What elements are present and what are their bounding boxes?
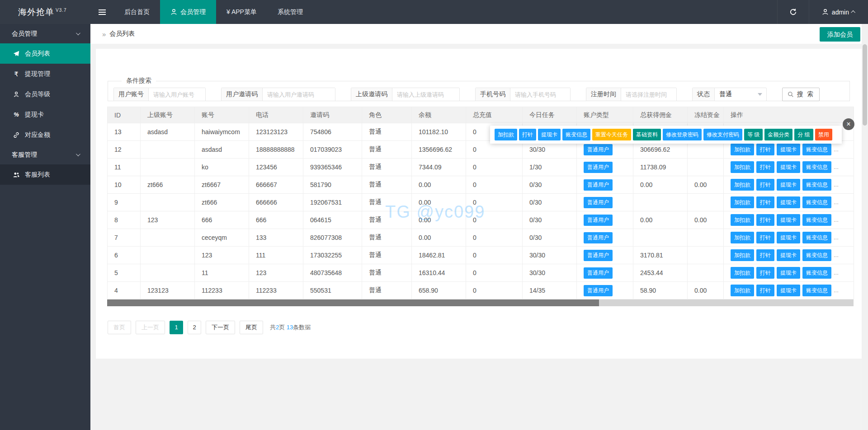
more-actions-button[interactable]: ... (834, 216, 839, 223)
row-action-button[interactable]: 打针 (756, 196, 774, 208)
row-action-button[interactable]: 提现卡 (777, 144, 800, 155)
row-action-button[interactable]: 加扣款 (731, 179, 754, 191)
sidebar-item[interactable]: 会员等级 (0, 84, 90, 104)
more-actions-button[interactable]: ... (834, 164, 839, 170)
row-action-button[interactable]: 加扣款 (731, 196, 754, 208)
row-action-button[interactable]: 打针 (756, 232, 774, 243)
popup-action-button[interactable]: 等 级 (744, 129, 763, 140)
row-action-button[interactable]: 打针 (756, 161, 774, 173)
row-action-button[interactable]: 账变信息 (802, 179, 831, 191)
row-action-button[interactable]: 打针 (756, 179, 774, 191)
status-select[interactable]: 普通 (715, 88, 766, 101)
filter-input[interactable] (621, 88, 676, 101)
popup-action-button[interactable]: 账变信息 (562, 129, 590, 140)
sidebar-group-header[interactable]: 会员管理 (0, 24, 90, 43)
more-actions-button[interactable]: ... (834, 287, 839, 294)
role-link[interactable]: 普通 (362, 211, 412, 229)
row-action-button[interactable]: 账变信息 (802, 144, 831, 155)
row-action-button[interactable]: 账变信息 (802, 249, 831, 261)
sidebar-item[interactable]: %提现卡 (0, 104, 90, 125)
row-action-button[interactable]: 提现卡 (777, 285, 800, 296)
filter-input[interactable] (263, 88, 335, 101)
role-link[interactable]: 普通 (362, 229, 412, 247)
role-link[interactable]: 普通 (362, 176, 412, 194)
popup-action-button[interactable]: 加扣款 (495, 129, 517, 140)
sidebar-item[interactable]: 客服列表 (0, 164, 90, 185)
role-link[interactable]: 普通 (362, 141, 412, 159)
filter-input[interactable] (149, 88, 205, 101)
row-action-button[interactable]: 加扣款 (731, 232, 754, 243)
popup-action-button[interactable]: 分 组 (794, 129, 813, 140)
row-action-button[interactable]: 提现卡 (777, 249, 800, 261)
filter-input[interactable] (510, 88, 570, 101)
pagination-first-button[interactable]: 首页 (108, 321, 131, 334)
popup-action-button[interactable]: 提现卡 (538, 129, 561, 140)
popup-action-button[interactable]: 修改登录密码 (663, 129, 702, 140)
navbar-item[interactable]: 系统管理 (267, 0, 313, 24)
row-action-button[interactable]: 账变信息 (802, 196, 831, 208)
role-link[interactable]: 普通 (362, 194, 412, 211)
user-menu[interactable]: admin (809, 0, 868, 24)
filter-input[interactable] (392, 88, 459, 101)
row-action-button[interactable]: 加扣款 (731, 285, 754, 296)
row-action-button[interactable]: 加扣款 (731, 267, 754, 279)
pagination-prev-button[interactable]: 上一页 (136, 321, 165, 334)
popup-action-button[interactable]: 金额分类 (764, 129, 793, 140)
role-link[interactable]: 普通 (362, 247, 412, 264)
navbar-item[interactable]: 后台首页 (114, 0, 160, 24)
sidebar-item[interactable]: 对应金额 (0, 125, 90, 145)
row-action-button[interactable]: 提现卡 (777, 196, 800, 208)
vertical-scrollbar[interactable] (862, 24, 868, 430)
pagination-last-button[interactable]: 尾页 (240, 321, 263, 334)
navbar-item[interactable]: 会员管理 (160, 0, 216, 24)
row-action-button[interactable]: 打针 (756, 144, 774, 155)
more-actions-button[interactable]: ... (834, 181, 839, 188)
row-action-button[interactable]: 账变信息 (802, 232, 831, 243)
more-actions-button[interactable]: ... (834, 146, 839, 153)
add-member-button[interactable]: 添加会员 (820, 27, 860, 42)
row-action-button[interactable]: 提现卡 (777, 179, 800, 191)
row-action-button[interactable]: 加扣款 (731, 249, 754, 261)
horizontal-scrollbar-thumb[interactable] (107, 299, 599, 306)
row-action-button[interactable]: 打针 (756, 267, 774, 279)
row-action-button[interactable]: 打针 (756, 214, 774, 226)
popup-action-button[interactable]: 重置今天任务 (592, 129, 631, 140)
role-link[interactable]: 普通 (362, 282, 412, 299)
popup-action-button[interactable]: 禁用 (815, 129, 832, 140)
navbar-item[interactable]: ¥ APP菜单 (216, 0, 267, 24)
close-icon[interactable]: × (843, 118, 854, 130)
row-action-button[interactable]: 加扣款 (731, 214, 754, 226)
row-action-button[interactable]: 加扣款 (731, 144, 754, 155)
horizontal-scrollbar[interactable] (107, 299, 854, 306)
more-actions-button[interactable]: ... (834, 252, 839, 258)
sidebar-item[interactable]: ₹提现管理 (0, 64, 90, 84)
role-link[interactable]: 普通 (362, 123, 412, 141)
row-action-button[interactable]: 提现卡 (777, 161, 800, 173)
more-actions-button[interactable]: ... (834, 234, 839, 241)
hamburger-icon[interactable] (90, 0, 114, 24)
pagination-page-button[interactable]: 1 (170, 321, 183, 334)
row-action-button[interactable]: 打针 (756, 249, 774, 261)
role-link[interactable]: 普通 (362, 264, 412, 282)
row-action-button[interactable]: 账变信息 (802, 214, 831, 226)
pagination-next-button[interactable]: 下一页 (206, 321, 235, 334)
row-action-button[interactable]: 账变信息 (802, 267, 831, 279)
popup-action-button[interactable]: 基础资料 (633, 129, 661, 140)
more-actions-button[interactable]: ... (834, 199, 839, 206)
popup-action-button[interactable]: 打针 (519, 129, 536, 140)
row-action-button[interactable]: 提现卡 (777, 267, 800, 279)
search-button[interactable]: 搜 索 (782, 88, 820, 101)
sidebar-group-header[interactable]: 客服管理 (0, 145, 90, 164)
row-action-button[interactable]: 账变信息 (802, 161, 831, 173)
row-action-button[interactable]: 打针 (756, 285, 774, 296)
pagination-page-button[interactable]: 2 (188, 321, 201, 334)
popup-action-button[interactable]: 修改支付密码 (703, 129, 742, 140)
sidebar-item[interactable]: 会员列表 (0, 43, 90, 64)
row-action-button[interactable]: 提现卡 (777, 214, 800, 226)
row-action-button[interactable]: 账变信息 (802, 285, 831, 296)
row-action-button[interactable]: 提现卡 (777, 232, 800, 243)
refresh-button[interactable] (777, 0, 809, 24)
more-actions-button[interactable]: ... (834, 269, 839, 276)
role-link[interactable]: 普通 (362, 159, 412, 176)
vertical-scrollbar-thumb[interactable] (863, 44, 867, 126)
